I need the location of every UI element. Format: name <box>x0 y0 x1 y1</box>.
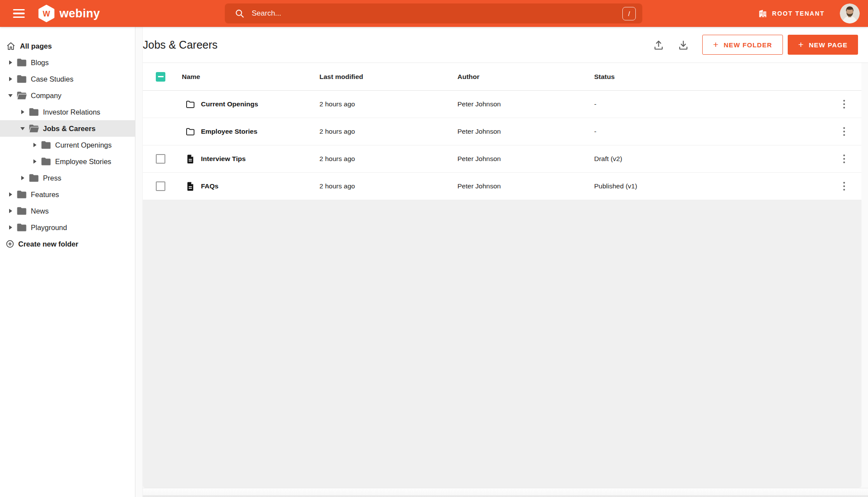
sidebar-item-press[interactable]: Press <box>0 170 135 186</box>
webiny-logo[interactable]: W webiny <box>38 4 100 23</box>
folder-icon <box>16 58 27 67</box>
search-icon <box>234 8 245 19</box>
caret-icon[interactable] <box>32 159 37 164</box>
sidebar-item-features[interactable]: Features <box>0 186 135 203</box>
folder-icon <box>16 207 27 215</box>
pages-table: Name Last modified Author Status Current… <box>143 63 861 488</box>
row-menu-kebab-icon[interactable] <box>840 178 849 194</box>
user-avatar[interactable] <box>840 3 860 23</box>
row-checkbox[interactable] <box>156 181 165 191</box>
row-author: Peter Johnson <box>457 118 594 145</box>
caret-icon[interactable] <box>32 142 37 148</box>
folder-tree-sidebar: All pages Blogs Case Studies Company Inv… <box>0 27 135 497</box>
column-header-last-modified: Last modified <box>319 63 457 90</box>
create-new-folder-button[interactable]: Create new folder <box>0 236 135 252</box>
hamburger-menu-icon[interactable] <box>13 9 25 18</box>
row-author: Peter Johnson <box>457 145 594 172</box>
row-name[interactable]: FAQs <box>201 182 218 190</box>
table-body: Current Openings 2 hours ago Peter Johns… <box>143 91 861 200</box>
folder-tree: Blogs Case Studies Company Investor Rela… <box>0 54 135 236</box>
sidebar-item-company[interactable]: Company <box>0 87 135 104</box>
folder-icon <box>16 190 27 199</box>
row-name[interactable]: Interview Tips <box>201 155 246 163</box>
export-upload-button[interactable] <box>653 39 664 51</box>
sidebar-root-label: All pages <box>20 42 52 50</box>
column-header-status: Status <box>594 63 827 90</box>
sidebar-item-case-studies[interactable]: Case Studies <box>0 71 135 87</box>
table-header-row: Name Last modified Author Status <box>143 63 861 91</box>
sidebar-item-current-openings[interactable]: Current Openings <box>0 137 135 153</box>
caret-icon[interactable] <box>20 175 25 181</box>
app-root: W webiny / ROOT TENANT <box>0 0 868 497</box>
download-icon <box>677 39 689 51</box>
table-row[interactable]: Employee Stories 2 hours ago Peter Johns… <box>143 118 861 145</box>
table-row[interactable]: Interview Tips 2 hours ago Peter Johnson… <box>143 145 861 173</box>
header-actions: + NEW FOLDER + NEW PAGE <box>653 35 858 55</box>
caret-icon[interactable] <box>8 93 13 98</box>
tenant-label: ROOT TENANT <box>772 10 825 17</box>
table-row[interactable]: FAQs 2 hours ago Peter Johnson Published… <box>143 173 861 200</box>
folder-icon <box>16 75 27 83</box>
caret-icon[interactable] <box>8 225 13 230</box>
folder-icon <box>16 91 27 100</box>
folder-outline-icon <box>185 99 195 109</box>
caret-icon[interactable] <box>20 109 25 115</box>
new-folder-button[interactable]: + NEW FOLDER <box>702 35 783 55</box>
folder-outline-icon <box>185 127 195 137</box>
circle-plus-icon <box>6 240 14 248</box>
building-icon <box>758 9 767 18</box>
sidebar-item-jobs-careers[interactable]: Jobs & Careers <box>0 120 135 137</box>
sidebar-item-employee-stories[interactable]: Employee Stories <box>0 153 135 170</box>
caret-icon[interactable] <box>8 192 13 197</box>
topbar: W webiny / ROOT TENANT <box>0 0 868 27</box>
row-status: Draft (v2) <box>594 145 827 172</box>
row-author: Peter Johnson <box>457 91 594 118</box>
svg-text:W: W <box>43 10 50 18</box>
keyboard-shortcut-badge: / <box>622 7 636 20</box>
row-name[interactable]: Employee Stories <box>201 128 257 135</box>
folder-icon <box>16 223 27 232</box>
folder-icon <box>41 157 51 166</box>
sidebar-item-playground[interactable]: Playground <box>0 219 135 236</box>
webiny-hexagon-icon: W <box>38 4 55 23</box>
row-author: Peter Johnson <box>457 173 594 200</box>
folder-icon <box>29 124 39 133</box>
row-last-modified: 2 hours ago <box>319 145 457 172</box>
table-row[interactable]: Current Openings 2 hours ago Peter Johns… <box>143 91 861 118</box>
upload-icon <box>653 39 664 51</box>
footer-strip <box>143 488 868 497</box>
document-icon <box>185 154 195 164</box>
row-last-modified: 2 hours ago <box>319 91 457 118</box>
sidebar-item-news[interactable]: News <box>0 203 135 219</box>
caret-icon[interactable] <box>8 60 13 65</box>
search-bar: / <box>225 3 642 23</box>
caret-icon[interactable] <box>20 126 25 131</box>
caret-icon[interactable] <box>8 76 13 82</box>
avatar-photo <box>840 3 860 23</box>
column-header-name: Name <box>169 63 319 90</box>
sidebar-item-all-pages[interactable]: All pages <box>0 38 135 54</box>
tenant-selector[interactable]: ROOT TENANT <box>758 0 825 27</box>
row-name[interactable]: Current Openings <box>201 100 258 108</box>
select-all-checkbox[interactable] <box>156 72 165 82</box>
create-folder-label: Create new folder <box>18 240 78 248</box>
search-input[interactable] <box>251 9 622 18</box>
logo-wordmark: webiny <box>59 7 100 20</box>
column-header-author: Author <box>457 63 594 90</box>
folder-icon <box>41 141 51 149</box>
row-status: - <box>594 91 827 118</box>
sidebar-item-investor-relations[interactable]: Investor Relations <box>0 104 135 120</box>
plus-icon: + <box>798 40 804 49</box>
sidebar-item-blogs[interactable]: Blogs <box>0 54 135 71</box>
new-page-button[interactable]: + NEW PAGE <box>788 35 858 55</box>
import-download-button[interactable] <box>677 39 689 51</box>
row-menu-kebab-icon[interactable] <box>840 96 849 112</box>
row-checkbox[interactable] <box>156 154 165 164</box>
row-menu-kebab-icon[interactable] <box>840 124 849 140</box>
document-icon <box>185 181 195 191</box>
row-last-modified: 2 hours ago <box>319 173 457 200</box>
row-menu-kebab-icon[interactable] <box>840 151 849 167</box>
folder-icon <box>29 174 39 182</box>
caret-icon[interactable] <box>8 208 13 214</box>
row-status: Published (v1) <box>594 173 827 200</box>
